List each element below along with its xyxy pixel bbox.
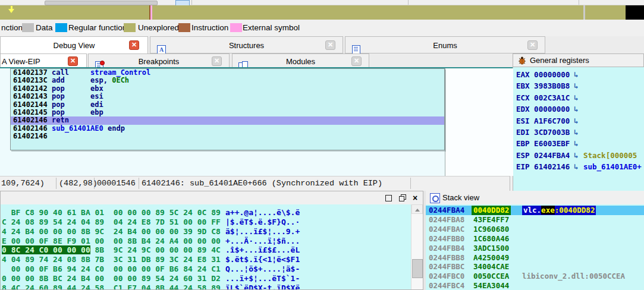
- register-row[interactable]: ESI A1F6C700↳: [516, 116, 570, 125]
- tab-modules[interactable]: Modules✕: [232, 53, 369, 68]
- register-row[interactable]: EIP 61402146↳sub_61401AE0+: [516, 162, 570, 171]
- pointer-arrow-icon: ↳: [574, 105, 579, 114]
- tab-label: Enums: [345, 40, 545, 49]
- hex-row[interactable]: 4 04 89 74 24 08 8B 7B 3C 31 DB 89 3C 24…: [2, 255, 221, 264]
- stack-label: vlc.exe:0040DD82: [522, 206, 596, 215]
- disasm-line[interactable]: 61402146 retn: [11, 116, 444, 124]
- stack-row[interactable]: 0244FBC454EA3044: [426, 281, 644, 290]
- register-row[interactable]: EAX 00000000↳: [516, 70, 570, 79]
- register-row[interactable]: EDI 3CD7003B↳: [516, 128, 570, 137]
- hex-ascii: ä$¦...ï£$¦...9.+: [225, 227, 300, 236]
- stack-row[interactable]: 0244FBB8A4250049: [426, 253, 644, 263]
- stack-address: 0244FBBC: [429, 262, 464, 272]
- hex-row[interactable]: 0 00 00 8B BC 24 B4 00 00 00 89 54 24 60…: [2, 274, 221, 283]
- tab-label: Breakpoints: [89, 56, 229, 65]
- stack-panel-title: Stack view: [442, 193, 479, 202]
- scroll-up-icon[interactable]: [411, 204, 423, 214]
- tab-close-icon[interactable]: ✕: [212, 56, 222, 66]
- register-name-value: ESP 0244FBA4: [516, 151, 570, 160]
- register-row[interactable]: EDX 00000000↳: [516, 105, 570, 114]
- hex-vertical-scrollbar[interactable]: [411, 204, 423, 289]
- hex-row[interactable]: 0 8C 24 C0 00 00 00 8B 9C 24 9C 00 00 00…: [2, 245, 221, 254]
- stack-row[interactable]: 0244FBA40040DD82vlc.exe:0040DD82: [426, 206, 644, 215]
- debugview-empty-right: [445, 68, 513, 176]
- pointer-arrow-icon: ↳: [574, 139, 579, 148]
- disasm-line[interactable]: 61402145 pop ebp: [11, 109, 444, 116]
- registers-panel: EAX 00000000↳EBX 3983B0B8↳ECX 002C3A1C↳E…: [513, 67, 644, 191]
- hex-row[interactable]: E 00 00 0F 8E F9 01 00 00 8B B4 24 A4 00…: [2, 237, 221, 245]
- hex-ascii: $.ët$.ï{<1¦ë<$F1: [225, 255, 300, 264]
- tab-close-icon[interactable]: ✕: [351, 56, 362, 66]
- hex-row[interactable]: BF C8 90 40 61 BA 01 00 00 00 89 5C 24 0…: [2, 208, 221, 217]
- legend-label: Unexplored: [138, 23, 179, 32]
- stack-rows: 0244FBA40040DD82vlc.exe:0040DD820244FBA8…: [426, 204, 644, 290]
- toolbar-separator: [191, 0, 192, 5]
- disasm-line[interactable]: 6140213C add esp, 0ECh: [11, 77, 444, 84]
- hex-row[interactable]: 00 00 0F B6 94 24 C0 00 00 00 0F B6 84 2…: [2, 264, 221, 273]
- hex-window-titlebar[interactable]: ×: [1, 191, 423, 205]
- register-name-value: EDX 00000000: [516, 105, 570, 114]
- status-segment: (482,98): [59, 179, 98, 188]
- hex-view-window: × BF C8 90 40 61 BA 01 00 00 00 89 5C 24…: [0, 191, 423, 290]
- register-name-value: EBX 3983B0B8: [516, 81, 570, 90]
- disasm-line[interactable]: 61402146 sub_61401AE0 endp: [11, 125, 444, 133]
- pointer-arrow-icon: ↳: [574, 162, 579, 171]
- register-note: sub_61401AE0+: [583, 162, 642, 171]
- legend-label: External symbol: [243, 23, 300, 32]
- scrollbar-thumb[interactable]: [412, 259, 423, 278]
- stack-row[interactable]: 0244FBB43ADC1500: [426, 244, 644, 253]
- register-name-value: ECX 002C3A1C: [516, 93, 570, 102]
- restore-icon[interactable]: [398, 194, 406, 202]
- tab-close-icon[interactable]: ✕: [68, 56, 78, 66]
- disasm-line[interactable]: 61402144 pop edi: [11, 101, 444, 109]
- hex-row[interactable]: 4 24 B4 00 00 00 8B 9C 24 B4 00 00 00 39…: [2, 227, 221, 236]
- register-row[interactable]: EBX 3983B0B8↳: [516, 81, 570, 90]
- stack-view-icon: [430, 193, 440, 203]
- legend-label: Data: [36, 23, 53, 32]
- close-icon[interactable]: ×: [411, 194, 419, 202]
- nav-external-stripe: [150, 5, 152, 20]
- status-segment: 00001546: [97, 179, 136, 188]
- tab-enums[interactable]: Enums✕: [345, 36, 545, 53]
- disasm-line[interactable]: 61402137 call stream_Control: [11, 69, 444, 77]
- hex-dump[interactable]: BF C8 90 40 61 BA 01 00 00 00 89 5C 24 0…: [1, 204, 423, 289]
- tab-breakpoints[interactable]: Breakpoints✕: [88, 53, 230, 68]
- registers-panel-titlebar[interactable]: General registers: [513, 53, 644, 67]
- register-row[interactable]: EBP E6003EBF↳: [516, 139, 570, 148]
- disassembly-view[interactable]: 61402137 call stream_Control6140213C add…: [10, 68, 445, 150]
- maximize-icon[interactable]: [384, 194, 392, 202]
- disasm-line[interactable]: 61402143 pop esi: [11, 93, 444, 100]
- pointer-arrow-icon: ↳: [574, 151, 579, 160]
- stack-address: 0244FBB0: [429, 234, 464, 244]
- tab-a-view-eip[interactable]: A View-EIP✕: [0, 53, 87, 68]
- stack-row[interactable]: 0244FBB01C680A46: [426, 234, 644, 244]
- color-legend: nctionDataRegular functionUnexploredInst…: [0, 20, 644, 36]
- register-note: Stack[000005: [583, 151, 637, 160]
- stack-row[interactable]: 0244FBBC34004CAE: [426, 262, 644, 272]
- hex-row[interactable]: C 24 08 89 54 24 04 89 04 24 E8 7D 51 00…: [2, 218, 221, 226]
- tab-close-icon[interactable]: ✕: [325, 40, 335, 50]
- hex-ascii: Q...¦ö$+....¦ä$-: [225, 264, 300, 273]
- stack-row[interactable]: 0244FBC00050CCEAlibiconv_2.dll:0050CCEA: [426, 272, 644, 281]
- toolbar-scrollbar[interactable]: [45, 1, 158, 5]
- navigation-band[interactable]: [0, 5, 644, 20]
- legend-label: nction: [1, 23, 23, 32]
- stack-panel-titlebar[interactable]: Stack view: [426, 191, 644, 205]
- register-name-value: EAX 00000000: [516, 70, 570, 79]
- tab-close-icon[interactable]: ✕: [527, 40, 538, 50]
- hex-row[interactable]: 8 4C 24 60 89 44 24 58 C1 E7 04 8B 44 24…: [2, 283, 221, 289]
- stack-value: 1C960680: [473, 225, 509, 234]
- register-row[interactable]: ESP 0244FBA4↳Stack[000005: [516, 151, 570, 160]
- stack-value: 3ADC1500: [473, 244, 509, 253]
- tab-structures[interactable]: AStructures✕: [150, 36, 343, 53]
- stack-row[interactable]: 0244FBAC1C960680: [426, 225, 644, 234]
- stack-row[interactable]: 0244FBA843FE4FF7: [426, 215, 644, 225]
- register-name-value: ESI A1F6C700: [516, 116, 570, 125]
- disasm-line[interactable]: 61402142 pop ebx: [11, 85, 444, 93]
- stack-value: 1C680A46: [473, 234, 509, 244]
- disasm-line[interactable]: 61402146: [11, 133, 444, 140]
- tab-debug-view[interactable]: Debug View✕: [0, 36, 148, 53]
- register-row[interactable]: ECX 002C3A1C↳: [516, 93, 570, 102]
- tab-close-icon[interactable]: ✕: [129, 40, 139, 50]
- legend-swatch: [55, 23, 67, 32]
